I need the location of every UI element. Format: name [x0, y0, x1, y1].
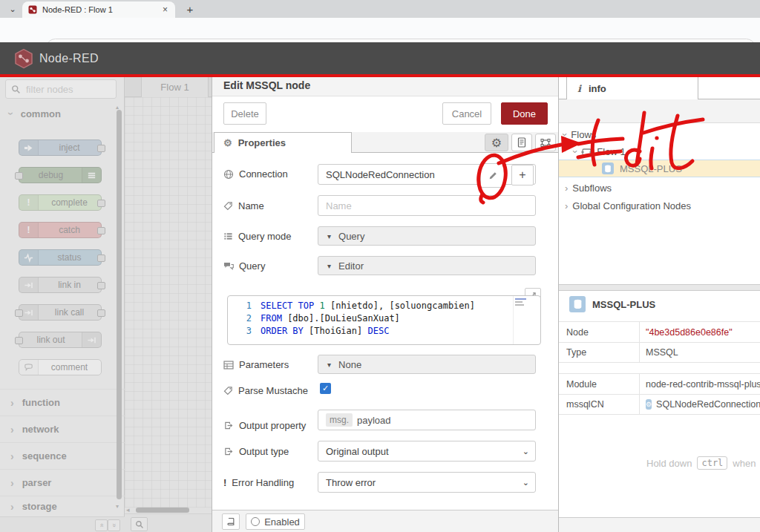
info-icon: i	[577, 83, 581, 94]
output-property-input[interactable]: msg. payload	[318, 410, 536, 430]
info-sidebar: i info › Flows › Flow 1 MSSQL-PLUS	[558, 74, 760, 532]
close-tab-icon[interactable]: ×	[161, 4, 169, 15]
chevron-right-icon: ›	[10, 477, 14, 489]
catch-icon: !	[19, 223, 39, 237]
query-mode-dropdown[interactable]: ▾ Query	[318, 226, 536, 246]
node-label: complete	[38, 195, 101, 210]
add-connection-button[interactable]: +	[511, 165, 534, 185]
output-type-select[interactable]: Original output ⌄	[318, 441, 536, 462]
list-icon	[223, 231, 233, 241]
cancel-button[interactable]: Cancel	[442, 102, 491, 125]
caret-down-icon: ▾	[327, 262, 331, 270]
palette-node-link-out[interactable]: link out	[19, 332, 102, 348]
node-settings-button[interactable]: ⚙	[485, 134, 508, 151]
dialog-title: Edit MSSQL node	[212, 74, 559, 96]
tree-item-subflows[interactable]: › Subflows	[559, 180, 760, 197]
pencil-icon	[488, 171, 498, 181]
error-handling-value: Throw error	[326, 477, 522, 488]
debug-icon	[82, 168, 101, 183]
description-button[interactable]	[511, 134, 532, 151]
chevron-down-icon: ⌄	[522, 478, 529, 487]
palette-node-link-call[interactable]: link call	[19, 304, 102, 321]
error-handling-select[interactable]: Throw error ⌄	[318, 472, 536, 493]
canvas-grid[interactable]	[125, 97, 212, 508]
node-port	[15, 337, 23, 344]
hscroll-left-icon[interactable]: ◂	[126, 506, 130, 513]
appearance-button[interactable]	[535, 134, 556, 151]
info-row-node: Node "4be3d5d86e0e86fe"	[559, 321, 760, 342]
node-label: link call	[38, 305, 101, 320]
tree-item-flow-1[interactable]: › Flow 1	[559, 143, 760, 160]
palette-node-comment[interactable]: comment	[19, 359, 102, 375]
tree-label: MSSQL-PLUS	[620, 163, 682, 174]
horizontal-scrollbar[interactable]	[136, 508, 189, 513]
mssqlcn-value[interactable]: ⚙ SQLNodeRedConnection	[639, 395, 760, 414]
enabled-toggle-button[interactable]: Enabled	[246, 513, 305, 530]
code-line: 1SELECT TOP 1 [nhietdo], [soluongcambien…	[228, 300, 540, 312]
palette-node-link-in[interactable]: link in	[19, 277, 102, 293]
chevron-down-icon: ›	[570, 150, 581, 153]
tree-label: Subflows	[572, 183, 612, 194]
tab-info[interactable]: i info	[566, 76, 698, 100]
sql-code-editor[interactable]: 1SELECT TOP 1 [nhietdo], [soluongcambien…	[227, 295, 541, 345]
tree-label: Flow 1	[597, 146, 625, 157]
canvas-search-button[interactable]	[131, 517, 148, 531]
palette-node-status[interactable]: status	[19, 249, 102, 266]
parameters-dropdown[interactable]: ▾ None	[318, 355, 536, 374]
category-sequence[interactable]: ›sequence	[0, 442, 125, 469]
node-port	[15, 172, 23, 180]
node-id-value: "4be3d5d86e0e86fe"	[639, 322, 760, 342]
tree-item-mssql-plus-selected[interactable]: MSSQL-PLUS	[559, 160, 760, 177]
docs-button[interactable]	[222, 513, 240, 530]
tab-flow-1[interactable]: Flow 1	[141, 76, 209, 97]
category-label: sequence	[22, 450, 67, 462]
sidebar-toolbar	[559, 99, 760, 123]
palette-node-complete[interactable]: ! complete	[19, 194, 102, 211]
check-icon: ✓	[322, 384, 329, 393]
expand-all-button[interactable]: »	[108, 519, 120, 531]
name-input[interactable]	[318, 195, 536, 216]
palette-scroll-down-icon[interactable]: ▾	[116, 503, 119, 510]
tree-item-global-config[interactable]: › Global Configuration Nodes	[559, 197, 760, 214]
chevron-down-icon: ›	[560, 133, 571, 136]
link-icon	[19, 278, 39, 292]
caret-down-icon: ▾	[327, 232, 331, 240]
category-network[interactable]: ›network	[0, 416, 125, 442]
done-button[interactable]: Done	[501, 102, 548, 125]
category-storage[interactable]: ›storage	[0, 496, 125, 516]
edit-node-dialog: Edit MSSQL node Delete Cancel Done ⚙ Pro…	[212, 74, 558, 532]
sidebar-tabbar: i info	[559, 74, 760, 99]
info-row-mssqlcn: mssqlCN ⚙ SQLNodeRedConnection	[559, 394, 760, 415]
query-dropdown[interactable]: ▾ Editor	[318, 256, 536, 275]
category-parser[interactable]: ›parser	[0, 469, 125, 496]
book-icon	[226, 517, 235, 526]
category-common-label: common	[21, 108, 61, 119]
code-line: 2FROM [dbo].[DuLieuSanXuat]	[228, 312, 540, 325]
node-port	[97, 200, 105, 207]
tab-search-button[interactable]: ⌄	[4, 2, 21, 16]
node-red-logo-icon	[13, 48, 34, 69]
palette-node-catch[interactable]: ! catch	[19, 222, 102, 238]
delete-button[interactable]: Delete	[223, 102, 266, 125]
parse-mustache-checkbox[interactable]: ✓	[320, 383, 331, 394]
collapse-all-button[interactable]: »	[95, 519, 108, 531]
category-function[interactable]: ›function	[0, 389, 125, 416]
palette-node-debug[interactable]: debug	[19, 167, 102, 183]
category-common[interactable]: › common	[0, 104, 125, 123]
workspace-tabbar: Flow 1	[125, 74, 212, 97]
new-tab-button[interactable]: +	[183, 1, 197, 16]
palette-filter-input[interactable]: filter nodes	[5, 79, 117, 99]
palette-node-inject[interactable]: inject	[19, 139, 102, 156]
node-port	[97, 282, 105, 289]
tab-properties[interactable]: ⚙ Properties	[214, 132, 352, 153]
palette-scrollbar[interactable]	[117, 110, 122, 499]
link-icon	[82, 332, 101, 347]
browser-tab[interactable]: Node-RED : Flow 1 ×	[22, 1, 175, 18]
tag-icon	[223, 386, 233, 395]
code-line: 3ORDER BY [ThoiGian] DESC	[228, 325, 540, 338]
table-icon	[223, 361, 234, 370]
tree-item-flows[interactable]: › Flows	[559, 126, 760, 143]
workspace-canvas[interactable]: Flow 1 ◂	[125, 74, 212, 532]
edit-connection-button[interactable]	[480, 163, 505, 188]
sidebar-splitter[interactable]	[559, 284, 760, 291]
